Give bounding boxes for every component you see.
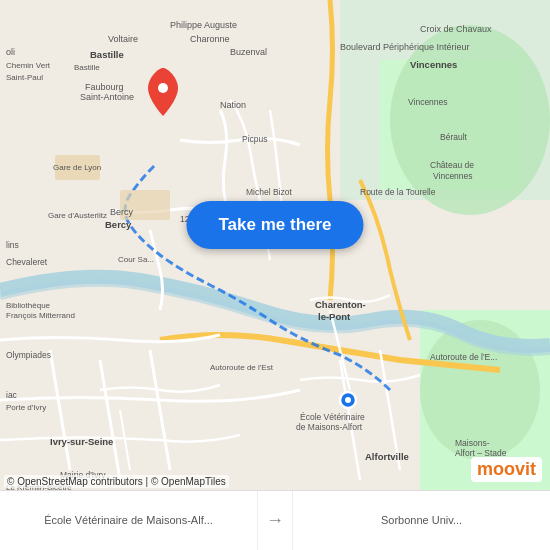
svg-text:Chevaleret: Chevaleret: [6, 257, 48, 267]
svg-text:Autoroute de l'E...: Autoroute de l'E...: [430, 352, 497, 362]
origin-item[interactable]: École Vétérinaire de Maisons-Alf...: [0, 491, 258, 550]
arrow-icon: →: [266, 510, 284, 531]
svg-text:Cour Sa...: Cour Sa...: [118, 255, 154, 264]
svg-text:Vincennes: Vincennes: [410, 59, 457, 70]
svg-text:Croix de Chavaux: Croix de Chavaux: [420, 24, 492, 34]
svg-text:Vincennes: Vincennes: [408, 97, 448, 107]
bottom-bar: École Vétérinaire de Maisons-Alf... → So…: [0, 490, 550, 550]
svg-text:Nation: Nation: [220, 100, 246, 110]
svg-text:Charonne: Charonne: [190, 34, 230, 44]
svg-text:Bercy: Bercy: [110, 207, 134, 217]
destination-item[interactable]: Sorbonne Univ...: [293, 491, 550, 550]
svg-text:oli: oli: [6, 47, 15, 57]
svg-text:Boulevard Périphérique Intérie: Boulevard Périphérique Intérieur: [340, 42, 470, 52]
svg-text:Michel Bizot: Michel Bizot: [246, 187, 292, 197]
svg-text:Bastille: Bastille: [74, 63, 100, 72]
svg-text:lins: lins: [6, 240, 19, 250]
svg-text:Faubourg: Faubourg: [85, 82, 124, 92]
svg-text:François Mitterrand: François Mitterrand: [6, 311, 75, 320]
svg-text:Chemin Vert: Chemin Vert: [6, 61, 51, 70]
map-container: Voltaire Philippe Auguste Charonne Croix…: [0, 0, 550, 490]
svg-text:Route de la Tourelle: Route de la Tourelle: [360, 187, 436, 197]
svg-text:Charenton-: Charenton-: [315, 299, 366, 310]
svg-text:Bibliothèque: Bibliothèque: [6, 301, 51, 310]
take-me-there-button[interactable]: Take me there: [186, 201, 363, 249]
svg-text:Saint-Paul: Saint-Paul: [6, 73, 43, 82]
origin-label: École Vétérinaire de Maisons-Alf...: [44, 514, 213, 527]
svg-text:Maisons-: Maisons-: [455, 438, 490, 448]
svg-text:Bérault: Bérault: [440, 132, 468, 142]
svg-text:Autoroute de l'Est: Autoroute de l'Est: [210, 363, 274, 372]
svg-text:Alfortville: Alfortville: [365, 451, 409, 462]
svg-text:Gare de Lyon: Gare de Lyon: [53, 163, 101, 172]
svg-text:Porte d'Ivry: Porte d'Ivry: [6, 403, 46, 412]
svg-text:École Vétérinaire: École Vétérinaire: [300, 412, 365, 422]
svg-text:iac: iac: [6, 390, 18, 400]
map-attribution: © OpenStreetMap contributors | © OpenMap…: [4, 475, 229, 488]
destination-label: Sorbonne Univ...: [381, 514, 462, 527]
svg-text:Picpus: Picpus: [242, 134, 268, 144]
arrow-divider: →: [258, 491, 293, 550]
svg-text:le-Pont: le-Pont: [318, 311, 351, 322]
svg-text:Bastille: Bastille: [90, 49, 124, 60]
svg-text:Philippe Auguste: Philippe Auguste: [170, 20, 237, 30]
svg-text:Olympiades: Olympiades: [6, 350, 51, 360]
svg-text:Bercy: Bercy: [105, 219, 132, 230]
svg-text:de Maisons-Alfort: de Maisons-Alfort: [296, 422, 363, 432]
svg-text:Gare d'Austerlitz: Gare d'Austerlitz: [48, 211, 107, 220]
svg-point-56: [345, 397, 351, 403]
svg-text:Ivry-sur-Seine: Ivry-sur-Seine: [50, 436, 113, 447]
svg-point-57: [158, 83, 168, 93]
svg-text:Saint-Antoine: Saint-Antoine: [80, 92, 134, 102]
svg-text:Voltaire: Voltaire: [108, 34, 138, 44]
svg-text:Vincennes: Vincennes: [433, 171, 473, 181]
svg-text:Château de: Château de: [430, 160, 474, 170]
svg-text:Buzenval: Buzenval: [230, 47, 267, 57]
moovit-logo: moovit: [471, 457, 542, 482]
